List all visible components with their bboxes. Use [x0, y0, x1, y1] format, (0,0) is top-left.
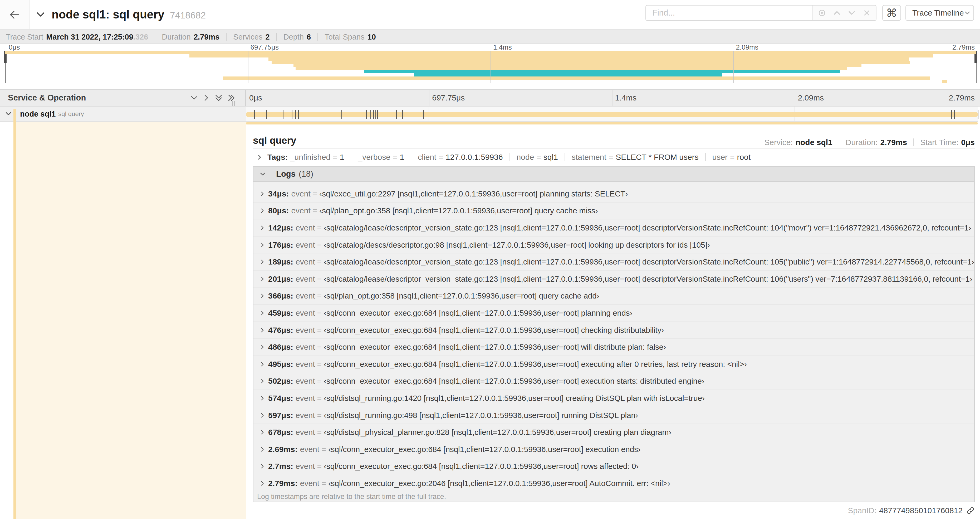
logs-title: Logs	[276, 169, 296, 179]
tag-separator	[509, 153, 510, 161]
log-row[interactable]: 476μs:event=‹sql/conn_executor_exec.go:6…	[253, 322, 974, 339]
clear-find-icon[interactable]	[861, 7, 872, 19]
log-row[interactable]: 678μs:event=‹sql/distsql_physical_planne…	[253, 424, 974, 441]
log-row[interactable]: 574μs:event=‹sql/distsql_running.go:1420…	[253, 390, 974, 407]
log-row[interactable]: 597μs:event=‹sql/distsql_running.go:498 …	[253, 407, 974, 424]
minimap-tick-label: 697.75μs	[251, 44, 279, 51]
log-field-value: ‹sql/conn_executor_exec.go:684 [nsql1,cl…	[324, 360, 747, 369]
logs-accordion-header[interactable]: Logs (18)	[253, 167, 974, 182]
tag-separator	[705, 153, 706, 161]
log-field-value: ‹sql/catalog/descs/descriptor.go:98 [nsq…	[324, 241, 710, 249]
span-name-cell[interactable]: node sql1sql query	[0, 107, 246, 122]
back-button[interactable]	[0, 0, 30, 29]
detail-meta-label: Service:	[764, 138, 793, 147]
minimap-left-scrubber[interactable]	[5, 51, 6, 83]
timeline-header-gridline	[429, 89, 430, 106]
log-event-tick	[366, 110, 367, 119]
focus-match-icon[interactable]	[816, 7, 828, 19]
log-row[interactable]: 176μs:event=‹sql/catalog/descs/descripto…	[253, 236, 974, 254]
log-equals: =	[317, 462, 322, 471]
span-children-chevron-down-icon[interactable]	[5, 107, 12, 121]
chevron-right-icon	[259, 378, 266, 384]
span-bar-cell[interactable]	[246, 107, 978, 122]
chevron-right-icon	[259, 429, 266, 435]
log-equals: =	[317, 428, 322, 437]
log-event-tick	[295, 110, 296, 119]
tag-key: user	[712, 153, 728, 162]
minimap-tick-label: 2.79ms	[952, 44, 975, 51]
log-row[interactable]: 189μs:event=‹sql/catalog/lease/descripto…	[253, 254, 974, 271]
column-resize-grip[interactable]	[232, 101, 235, 106]
find-input[interactable]	[646, 6, 812, 20]
collapse-one-icon[interactable]	[190, 93, 199, 102]
minimap-right-scrubber[interactable]	[976, 51, 976, 83]
minimap-span-bar	[364, 70, 840, 73]
deep-link-icon[interactable]	[966, 506, 975, 515]
chevron-right-icon	[259, 463, 266, 469]
log-equals: =	[321, 445, 326, 454]
chevron-down-icon	[259, 171, 266, 177]
expand-one-icon[interactable]	[202, 93, 211, 102]
log-row[interactable]: 2.69ms:event=‹sql/conn_executor_exec.go:…	[253, 441, 974, 458]
next-match-icon[interactable]	[846, 7, 858, 19]
log-field-value: ‹sql/conn_executor_exec.go:684 [nsql1,cl…	[324, 462, 639, 471]
log-row[interactable]: 201μs:event=‹sql/catalog/lease/descripto…	[253, 271, 974, 288]
log-field-value: ‹sql/distsql_physical_planner.go:828 [ns…	[324, 428, 671, 437]
log-row[interactable]: 142μs:event=‹sql/catalog/lease/descripto…	[253, 219, 974, 236]
span-detail-operation: sql query	[253, 135, 296, 146]
tag-value: SELECT * FROM users	[616, 153, 698, 162]
find-box	[646, 5, 877, 21]
log-timestamp: 486μs:	[268, 343, 293, 351]
tag-equals: =	[730, 153, 735, 162]
log-event-tick	[375, 110, 376, 119]
summary-item-value: 10	[368, 33, 376, 42]
summary-item-value: March 31 2022, 17:25:09	[46, 33, 133, 42]
log-field-value: ‹sql/conn_executor_exec.go:684 [nsql1,cl…	[324, 326, 664, 335]
log-equals: =	[317, 343, 322, 351]
log-field-key: event	[300, 445, 319, 454]
minimap-canvas[interactable]	[5, 51, 977, 83]
timeline-ticks-header: 0μs697.75μs1.4ms2.09ms2.79ms	[246, 89, 978, 106]
timeline-tick-label: 697.75μs	[432, 89, 465, 106]
log-field-key: event	[296, 241, 315, 249]
log-row[interactable]: 2.79ms:event=‹sql/conn_executor_exec.go:…	[253, 475, 974, 492]
tag-key: _verbose	[358, 153, 390, 162]
log-timestamp: 2.7ms:	[268, 462, 293, 471]
tag-separator	[351, 153, 351, 161]
log-row[interactable]: 34μs:event=‹sql/exec_util.go:2297 [nsql1…	[253, 185, 974, 203]
log-event-tick	[373, 110, 374, 119]
span-id-label: SpanID:	[848, 506, 877, 515]
summary-item-value: 2.79ms	[194, 33, 220, 42]
log-row[interactable]: 486μs:event=‹sql/conn_executor_exec.go:6…	[253, 339, 974, 356]
minimap-span-bar	[414, 73, 722, 77]
log-event-tick	[371, 110, 371, 119]
log-field-key: event	[296, 308, 315, 318]
collapse-trace-header-button[interactable]	[35, 0, 46, 29]
span-duration-bar[interactable]	[246, 112, 978, 117]
summary-item-fraction: .326	[133, 33, 148, 42]
log-row[interactable]: 2.7ms:event=‹sql/conn_executor_exec.go:6…	[253, 458, 974, 475]
log-row[interactable]: 459μs:event=‹sql/conn_executor_exec.go:6…	[253, 305, 974, 322]
span-color-swatch	[13, 109, 16, 122]
log-row[interactable]: 495μs:event=‹sql/conn_executor_exec.go:6…	[253, 356, 974, 373]
log-row[interactable]: 502μs:event=‹sql/conn_executor_exec.go:6…	[253, 373, 974, 390]
tags-label: Tags:	[267, 153, 288, 162]
collapse-all-icon[interactable]	[214, 93, 223, 102]
logs-accordion: Logs (18) 34μs:event=‹sql/exec_util.go:2…	[253, 166, 975, 502]
trace-view-dropdown[interactable]: Trace Timeline	[905, 5, 974, 21]
log-equals: =	[317, 360, 322, 369]
log-timestamp: 2.69ms:	[268, 445, 298, 454]
tags-accordion[interactable]: Tags: _unfinished=1_verbose=1client=127.…	[253, 149, 975, 165]
keyboard-shortcuts-button[interactable]: ⌘	[882, 5, 901, 21]
tag-value: 1	[340, 153, 344, 162]
tag-key: _unfinished	[290, 153, 330, 162]
log-row[interactable]: 366μs:event=‹sql/plan_opt.go:358 [nsql1,…	[253, 288, 974, 305]
summary-item-label: Depth	[283, 33, 304, 42]
prev-match-icon[interactable]	[831, 7, 843, 19]
log-row[interactable]: 80μs:event=‹sql/plan_opt.go:358 [nsql1,c…	[253, 203, 974, 220]
span-detail-meta: Service:node sql1Duration:2.79msStart Ti…	[764, 138, 975, 147]
timeline-tick-label: 0μs	[249, 89, 262, 106]
service-operation-title: Service & Operation	[8, 93, 86, 102]
log-timestamp: 34μs:	[268, 189, 289, 198]
span-names: node sql1sql query	[20, 107, 84, 121]
